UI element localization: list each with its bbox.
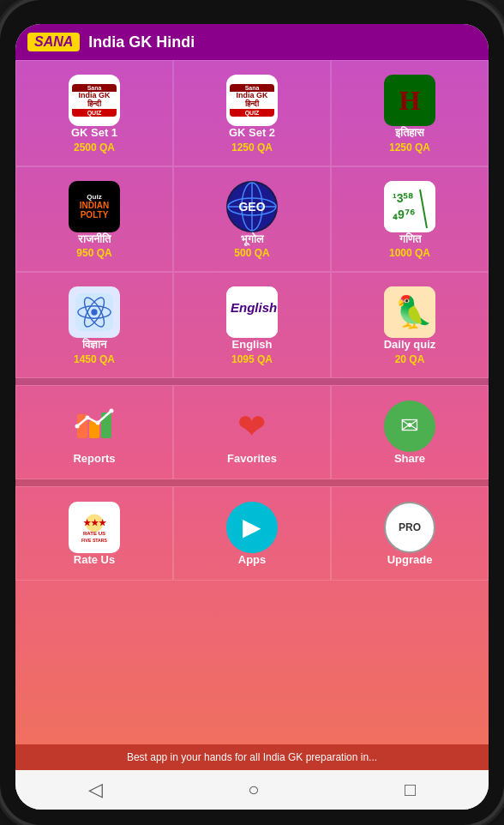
app-header: SANA India GK Hindi <box>15 24 489 60</box>
svg-point-14 <box>91 310 97 316</box>
grid-item-science[interactable]: विज्ञान 1450 QA <box>15 272 173 378</box>
svg-point-22 <box>75 424 80 428</box>
app-title: India GK Hindi <box>88 33 195 51</box>
svg-text:English: English <box>231 300 277 315</box>
grid-item-geography[interactable]: GEO भूगोल 500 QA <box>173 166 331 273</box>
label-apps: Apps <box>238 553 267 567</box>
grid-item-daily-quiz[interactable]: 🦜 Daily quiz 20 QA <box>331 272 489 378</box>
sub-history: 1250 QA <box>389 142 430 154</box>
svg-point-24 <box>96 420 100 425</box>
icon-history: H <box>384 75 435 126</box>
icon-upgrade: PRO <box>384 502 435 553</box>
label-share: Share <box>394 452 425 466</box>
grid-row-3: विज्ञान 1450 QA English English 1095 QA <box>15 272 489 378</box>
grid-row-1: Sana India GKहिन्दी QUIZ GK Set 1 2500 Q… <box>15 60 489 166</box>
label-upgrade: Upgrade <box>387 553 433 567</box>
main-content: Sana India GKहिन्दी QUIZ GK Set 1 2500 Q… <box>15 60 489 744</box>
grid-item-share[interactable]: ✉ Share <box>331 385 489 479</box>
label-maths: गणित <box>399 232 421 246</box>
sana-logo: SANA <box>27 33 80 51</box>
sub-english: 1095 QA <box>231 353 273 365</box>
svg-text:₄9⁷⁶: ₄9⁷⁶ <box>393 208 415 221</box>
grid-item-reports[interactable]: Reports <box>15 385 173 479</box>
phone-frame: SANA India GK Hindi Sana India GKहिन्दी … <box>0 0 504 825</box>
svg-text:¹3⁵⁸: ¹3⁵⁸ <box>393 191 413 205</box>
label-gk-set-1: GK Set 1 <box>71 126 117 140</box>
svg-text:RATE US: RATE US <box>83 531 105 536</box>
utility-row: Reports ❤ Favorites ✉ Share <box>15 385 489 479</box>
sub-gk-set-1: 2500 QA <box>74 142 115 154</box>
footer-text: Best app in your hands for all India GK … <box>127 751 377 763</box>
footer-banner: Best app in your hands for all India GK … <box>15 744 489 770</box>
nav-bar: ◁ ○ □ <box>15 770 489 810</box>
grid-item-apps[interactable]: ▶ Apps <box>173 486 331 581</box>
actions-row: ★★★ RATE US FIVE STARS Rate Us ▶ Apps PR… <box>15 486 489 581</box>
grid-item-polity[interactable]: Quiz INDIAN POLTY राजनीति 950 QA <box>15 166 173 273</box>
icon-science <box>69 286 120 338</box>
icon-reports <box>69 400 120 452</box>
icon-daily-quiz: 🦜 <box>384 286 435 338</box>
svg-text:GEO: GEO <box>238 200 265 214</box>
icon-favorites: ❤ <box>226 400 278 452</box>
icon-gk-set-1: Sana India GKहिन्दी QUIZ <box>69 75 120 126</box>
sub-daily-quiz: 20 QA <box>395 353 425 365</box>
label-daily-quiz: Daily quiz <box>384 338 436 352</box>
svg-text:★★★: ★★★ <box>83 518 107 527</box>
grid-item-english[interactable]: English English 1095 QA <box>173 272 331 378</box>
icon-rate-us: ★★★ RATE US FIVE STARS <box>69 502 120 553</box>
back-button[interactable]: ◁ <box>88 779 103 801</box>
label-science: विज्ञान <box>82 338 106 352</box>
icon-english: English <box>226 286 278 338</box>
divider-2 <box>15 479 489 486</box>
icon-share: ✉ <box>384 400 435 452</box>
grid-item-gk-set-2[interactable]: Sana India GKहिन्दी QUIZ GK Set 2 1250 Q… <box>173 60 331 166</box>
phone-screen: SANA India GK Hindi Sana India GKहिन्दी … <box>15 24 489 810</box>
divider-1 <box>15 378 489 385</box>
sub-gk-set-2: 1250 QA <box>231 142 273 154</box>
sub-science: 1450 QA <box>74 353 115 365</box>
label-rate-us: Rate Us <box>74 553 115 567</box>
grid-item-maths[interactable]: ¹3⁵⁸ ₄9⁷⁶ गणित 1000 QA <box>331 166 489 273</box>
label-geography: भूगोल <box>241 232 264 246</box>
label-history: इतिहास <box>395 126 424 140</box>
grid-row-2: Quiz INDIAN POLTY राजनीति 950 QA <box>15 166 489 273</box>
home-button[interactable]: ○ <box>248 779 259 801</box>
label-polity: राजनीति <box>78 232 111 246</box>
svg-point-25 <box>110 408 114 412</box>
svg-text:🦜: 🦜 <box>394 293 433 330</box>
grid-item-favorites[interactable]: ❤ Favorites <box>173 385 331 479</box>
svg-point-23 <box>86 415 90 419</box>
sub-geography: 500 QA <box>234 247 269 259</box>
grid-item-gk-set-1[interactable]: Sana India GKहिन्दी QUIZ GK Set 1 2500 Q… <box>15 60 173 166</box>
label-english: English <box>232 338 273 352</box>
recent-button[interactable]: □ <box>405 779 416 801</box>
icon-gk-set-2: Sana India GKहिन्दी QUIZ <box>226 75 278 126</box>
label-favorites: Favorites <box>227 452 277 466</box>
grid-item-history[interactable]: H इतिहास 1250 QA <box>331 60 489 166</box>
label-reports: Reports <box>73 452 115 466</box>
grid-item-upgrade[interactable]: PRO Upgrade <box>331 486 489 581</box>
icon-maths: ¹3⁵⁸ ₄9⁷⁶ <box>384 181 435 232</box>
sub-polity: 950 QA <box>76 247 111 259</box>
svg-rect-6 <box>384 181 435 232</box>
grid-item-rate-us[interactable]: ★★★ RATE US FIVE STARS Rate Us <box>15 486 173 581</box>
icon-polity: Quiz INDIAN POLTY <box>69 181 120 232</box>
icon-apps: ▶ <box>226 502 278 553</box>
sub-maths: 1000 QA <box>389 247 430 259</box>
label-gk-set-2: GK Set 2 <box>229 126 275 140</box>
svg-text:FIVE STARS: FIVE STARS <box>81 538 108 543</box>
icon-geography: GEO <box>226 181 278 232</box>
